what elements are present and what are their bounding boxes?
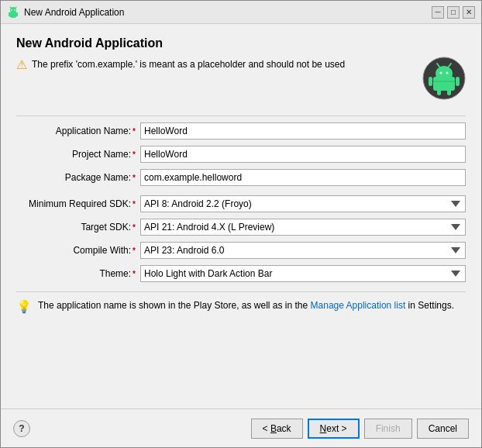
application-name-row: Application Name: * — [16, 122, 466, 140]
project-name-input[interactable] — [140, 146, 466, 163]
theme-select[interactable]: Holo Light with Dark Action Bar Holo Dar… — [140, 265, 466, 282]
svg-rect-21 — [447, 89, 451, 95]
divider-top — [16, 115, 466, 116]
info-bulb-icon: 💡 — [16, 299, 32, 314]
compile-with-select[interactable]: API 23: Android 6.0 API 22: Android 5.1 — [140, 242, 466, 259]
manage-app-link[interactable]: Manage Application list — [311, 300, 406, 311]
title-bar-controls: ─ □ ✕ — [432, 6, 475, 19]
svg-rect-10 — [15, 16, 16, 18]
window-title: New Android Application — [24, 7, 427, 18]
theme-label: Theme: * — [16, 268, 140, 279]
form-section: Application Name: * Project Name: * — [16, 122, 466, 186]
warning-text: The prefix 'com.example.' is meant as a … — [32, 59, 345, 70]
svg-point-13 — [436, 66, 453, 81]
target-sdk-label: Target SDK: * — [16, 222, 140, 233]
back-button[interactable]: < Back — [251, 419, 303, 439]
minimize-button[interactable]: ─ — [432, 6, 444, 19]
application-name-input[interactable] — [140, 122, 466, 140]
cancel-button[interactable]: Cancel — [417, 419, 469, 439]
svg-point-4 — [14, 9, 15, 11]
top-section: ⚠ The prefix 'com.example.' is meant as … — [16, 57, 466, 100]
finish-button[interactable]: Finish — [364, 419, 412, 439]
min-sdk-row: Minimum Required SDK: * API 8: Android 2… — [16, 195, 466, 212]
project-name-label: Project Name: * — [16, 149, 140, 160]
min-sdk-select[interactable]: API 8: Android 2.2 (Froyo) API 14: Andro… — [140, 195, 466, 212]
warning-row: ⚠ The prefix 'com.example.' is meant as … — [16, 57, 413, 72]
svg-rect-19 — [456, 77, 460, 86]
footer-right: < Back Next > Finish Cancel — [251, 419, 469, 439]
svg-point-14 — [440, 72, 442, 74]
maximize-button[interactable]: □ — [447, 6, 460, 19]
footer: ? < Back Next > Finish Cancel — [1, 408, 481, 447]
required-icon-4: * — [133, 200, 136, 208]
required-icon-5: * — [133, 223, 136, 232]
info-text: The application name is shown in the Pla… — [38, 298, 454, 312]
page-title: New Android Application — [16, 36, 466, 50]
svg-point-15 — [446, 72, 449, 74]
svg-rect-8 — [16, 13, 18, 16]
application-name-label: Application Name: * — [16, 126, 140, 136]
target-sdk-row: Target SDK: * API 21: Android 4.X (L Pre… — [16, 219, 466, 236]
next-button[interactable]: Next > — [308, 419, 360, 439]
required-icon-3: * — [133, 174, 136, 182]
required-icon-2: * — [133, 150, 136, 159]
svg-rect-20 — [437, 89, 441, 95]
target-sdk-select[interactable]: API 21: Android 4.X (L Preview) API 22: … — [140, 219, 466, 236]
package-name-label: Package Name: * — [16, 172, 140, 183]
help-button[interactable]: ? — [13, 420, 30, 437]
theme-row: Theme: * Holo Light with Dark Action Bar… — [16, 265, 466, 282]
info-section: 💡 The application name is shown in the P… — [16, 291, 466, 399]
svg-rect-18 — [429, 77, 432, 86]
main-window: New Android Application ─ □ ✕ New Androi… — [0, 0, 482, 448]
svg-line-6 — [15, 7, 16, 8]
close-button[interactable]: ✕ — [463, 6, 475, 19]
android-logo — [422, 57, 466, 100]
min-sdk-label: Minimum Required SDK: * — [16, 198, 140, 209]
required-icon-6: * — [133, 246, 136, 255]
compile-with-label: Compile With: * — [16, 245, 140, 256]
compile-with-row: Compile With: * API 23: Android 6.0 API … — [16, 242, 466, 259]
svg-line-5 — [10, 7, 11, 8]
dropdown-section: Minimum Required SDK: * API 8: Android 2… — [16, 195, 466, 282]
svg-rect-9 — [11, 16, 12, 18]
svg-point-3 — [11, 9, 12, 11]
warning-icon: ⚠ — [16, 57, 27, 72]
window-icon — [7, 6, 19, 19]
required-icon: * — [133, 127, 136, 136]
footer-left: ? — [13, 420, 30, 437]
project-name-row: Project Name: * — [16, 146, 466, 163]
dialog-content: New Android Application ⚠ The prefix 'co… — [1, 24, 481, 408]
title-bar: New Android Application ─ □ ✕ — [1, 1, 481, 24]
package-name-input[interactable] — [140, 169, 466, 186]
svg-rect-7 — [9, 13, 11, 16]
package-name-row: Package Name: * — [16, 169, 466, 186]
required-icon-7: * — [133, 270, 136, 278]
